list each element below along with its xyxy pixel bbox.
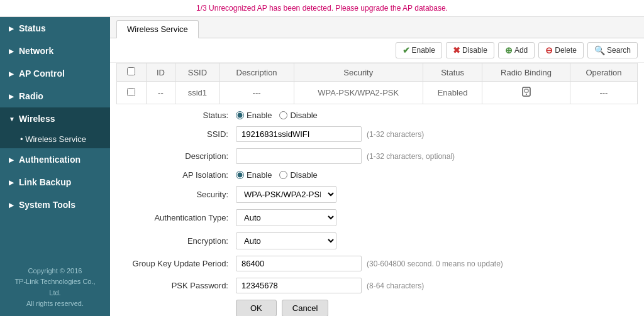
psk-label: PSK Password: (123, 281, 236, 290)
form-row-encryption: Encryption: Auto TKIP AES (123, 232, 631, 249)
status-enable-radio[interactable] (236, 111, 244, 119)
description-control-group: (1-32 characters, optional) (236, 148, 455, 164)
arrow-icon: ▶ (9, 179, 15, 186)
row-description: --- (219, 82, 294, 104)
enable-button[interactable]: ✔ Enable (396, 42, 442, 58)
auth-type-control-group: Auto PSK 802.1x (236, 209, 336, 226)
cancel-button[interactable]: Cancel (282, 300, 328, 316)
description-input[interactable] (236, 148, 362, 164)
alert-text: 1/3 Unrecognized AP has been detected. P… (196, 4, 448, 13)
status-disable-text: Disable (290, 111, 317, 120)
group-key-input[interactable] (236, 256, 362, 271)
arrow-icon: ▶ (9, 25, 15, 32)
status-radio-group: Enable Disable (236, 111, 318, 120)
ap-isolation-label: AP Isolation: (123, 170, 236, 180)
auth-type-select[interactable]: Auto PSK 802.1x (236, 209, 336, 226)
group-key-hint: (30-604800 second. 0 means no update) (367, 259, 503, 268)
arrow-icon: ▶ (9, 156, 15, 163)
sidebar-item-wireless-service[interactable]: Wireless Service (0, 130, 110, 148)
row-checkbox[interactable] (127, 88, 135, 96)
add-icon: ⊕ (505, 45, 513, 55)
tab-wireless-service[interactable]: Wireless Service (116, 20, 199, 38)
security-label: Security: (123, 190, 236, 199)
group-key-control-group: (30-604800 second. 0 means no update) (236, 256, 503, 271)
table-row: -- ssid1 --- WPA-PSK/WPA2-PSK Enabled --… (117, 82, 638, 104)
ap-isolation-enable-radio[interactable] (236, 171, 244, 179)
row-security: WPA-PSK/WPA2-PSK (294, 82, 423, 104)
status-disable-label[interactable]: Disable (279, 111, 317, 120)
status-enable-text: Enable (247, 111, 272, 120)
row-ssid: ssid1 (175, 82, 219, 104)
disable-button[interactable]: ✖ Disable (446, 42, 494, 58)
sidebar-item-link-backup[interactable]: ▶ Link Backup (0, 171, 110, 193)
status-enable-label[interactable]: Enable (236, 111, 272, 120)
ap-isolation-disable-text: Disable (290, 170, 317, 180)
add-label: Add (514, 46, 528, 55)
sidebar-item-network[interactable]: ▶ Network (0, 40, 110, 62)
ok-button[interactable]: OK (236, 300, 277, 316)
ap-isolation-enable-text: Enable (247, 170, 272, 180)
wireless-service-table: ID SSID Description Security Status Radi… (116, 63, 638, 104)
search-button[interactable]: 🔍 Search (587, 42, 638, 58)
enable-icon: ✔ (402, 45, 410, 55)
security-control-group: WPA-PSK/WPA2-PSK None WPA-PSK WPA2-PSK (236, 186, 336, 203)
ssid-hint: (1-32 characters) (367, 130, 424, 139)
ap-isolation-enable-label[interactable]: Enable (236, 170, 272, 180)
col-ssid: SSID (175, 63, 219, 82)
svg-rect-1 (525, 89, 528, 92)
ssid-input[interactable] (236, 126, 362, 142)
description-label: Description: (123, 151, 236, 161)
sidebar-item-system-tools[interactable]: ▶ System Tools (0, 193, 110, 216)
col-checkbox (117, 63, 147, 82)
ssid-label: SSID: (123, 129, 236, 139)
ap-isolation-disable-label[interactable]: Disable (279, 170, 317, 180)
sidebar-item-ap-control[interactable]: ▶ AP Control (0, 62, 110, 85)
form-row-description: Description: (1-32 characters, optional) (123, 148, 631, 164)
description-hint: (1-32 characters, optional) (367, 152, 455, 161)
sidebar: ▶ Status ▶ Network ▶ AP Control ▶ Radio … (0, 17, 110, 316)
ap-isolation-disable-radio[interactable] (279, 171, 287, 179)
sidebar-footer: Copyright © 2016 TP-Link Technologies Co… (0, 259, 110, 316)
sidebar-item-label: AP Control (19, 68, 65, 79)
psk-control-group: (8-64 characters) (236, 278, 424, 293)
sidebar-item-radio[interactable]: ▶ Radio (0, 85, 110, 107)
footer-line1: Copyright © 2016 (9, 266, 101, 277)
select-all-checkbox[interactable] (127, 67, 135, 75)
sidebar-item-label: Status (19, 23, 46, 33)
status-disable-radio[interactable] (279, 111, 287, 119)
encryption-select[interactable]: Auto TKIP AES (236, 232, 336, 249)
ap-isolation-radio-group: Enable Disable (236, 170, 318, 180)
arrow-icon: ▶ (9, 202, 15, 209)
security-select[interactable]: WPA-PSK/WPA2-PSK None WPA-PSK WPA2-PSK (236, 186, 336, 203)
sidebar-item-label: System Tools (19, 200, 75, 210)
toolbar: ✔ Enable ✖ Disable ⊕ Add ⊖ Delete 🔍 Sear… (110, 38, 644, 63)
arrow-icon: ▶ (9, 48, 15, 55)
tab-label: Wireless Service (127, 25, 188, 34)
sidebar-item-authentication[interactable]: ▶ Authentication (0, 148, 110, 171)
sidebar-nav: ▶ Status ▶ Network ▶ AP Control ▶ Radio … (0, 17, 110, 216)
search-icon: 🔍 (594, 45, 605, 55)
form-row-psk: PSK Password: (8-64 characters) (123, 278, 631, 293)
delete-label: Delete (555, 46, 577, 55)
sidebar-item-label: Radio (19, 91, 43, 101)
col-description: Description (219, 63, 294, 82)
col-radio-binding: Radio Binding (482, 63, 570, 82)
form-row-ap-isolation: AP Isolation: Enable Disable (123, 170, 631, 180)
arrow-icon: ▶ (9, 70, 15, 77)
row-operation: --- (570, 82, 637, 104)
form-row-ssid: SSID: (1-32 characters) (123, 126, 631, 142)
psk-input[interactable] (236, 278, 362, 293)
sidebar-item-status[interactable]: ▶ Status (0, 17, 110, 40)
sidebar-item-wireless[interactable]: ▼ Wireless (0, 107, 110, 130)
disable-label: Disable (462, 46, 487, 55)
disable-icon: ✖ (453, 45, 460, 55)
delete-button[interactable]: ⊖ Delete (538, 42, 584, 58)
auth-type-label: Authentication Type: (123, 213, 236, 222)
row-checkbox-cell (117, 82, 147, 104)
svg-point-2 (526, 94, 527, 95)
add-button[interactable]: ⊕ Add (498, 42, 535, 58)
tab-bar: Wireless Service (110, 17, 644, 38)
form-row-security: Security: WPA-PSK/WPA2-PSK None WPA-PSK … (123, 186, 631, 203)
arrow-icon: ▼ (9, 116, 15, 123)
row-radio-binding (482, 82, 570, 104)
